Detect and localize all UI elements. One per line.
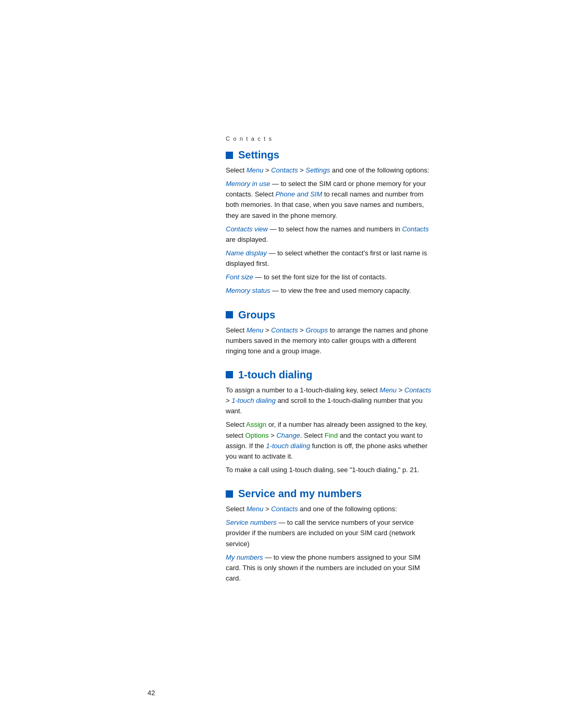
name-display-para: Name display — to select whether the con… <box>226 248 433 269</box>
one-touch-p2-text2: . Select <box>300 431 325 439</box>
settings-menu-link[interactable]: Menu <box>247 166 264 174</box>
service-my-numbers-section: Service and my numbers Select Menu > Con… <box>226 488 433 584</box>
contacts-view-dash: — to select how the names and numbers in <box>268 225 402 233</box>
page-number: 42 <box>148 689 155 697</box>
contacts-view-para: Contacts view — to select how the names … <box>226 224 433 245</box>
content-area: C o n t a c t s Settings Select Menu > C… <box>78 0 485 584</box>
service-my-numbers-title: Service and my numbers <box>238 488 362 500</box>
groups-square-icon <box>226 311 233 318</box>
font-size-para: Font size — to set the font size for the… <box>226 272 433 282</box>
font-size-term[interactable]: Font size <box>226 273 253 281</box>
service-contacts-link[interactable]: Contacts <box>271 505 298 513</box>
one-touch-sep2: > <box>226 397 231 404</box>
groups-sep1: > <box>263 326 271 334</box>
groups-section: Groups Select Menu > Contacts > Groups t… <box>226 309 433 356</box>
service-sep1: > <box>263 505 271 513</box>
settings-heading: Settings <box>226 149 433 161</box>
groups-pre: Select <box>226 326 247 334</box>
contacts-view-text2: are displayed. <box>226 236 268 243</box>
service-post: and one of the following options: <box>298 505 397 513</box>
service-my-numbers-square-icon <box>226 490 233 498</box>
service-numbers-term[interactable]: Service numbers <box>226 519 277 526</box>
one-touch-sep1: > <box>397 386 405 394</box>
one-touch-find-link[interactable]: Find <box>325 431 338 439</box>
one-touch-p2-pre: Select <box>226 421 246 428</box>
one-touch-contacts-link[interactable]: Contacts <box>405 386 431 394</box>
groups-menu-link[interactable]: Menu <box>247 326 264 334</box>
settings-contacts-link[interactable]: Contacts <box>271 166 298 174</box>
one-touch-heading: 1-touch dialing <box>226 369 433 381</box>
settings-title: Settings <box>238 149 279 161</box>
service-numbers-para: Service numbers — to call the service nu… <box>226 517 433 549</box>
memory-in-use-term[interactable]: Memory in use <box>226 180 270 188</box>
page: C o n t a c t s Settings Select Menu > C… <box>0 0 563 728</box>
groups-intro: Select Menu > Contacts > Groups to arran… <box>226 325 433 356</box>
groups-title: Groups <box>238 309 275 321</box>
one-touch-square-icon <box>226 371 233 378</box>
service-pre: Select <box>226 505 247 513</box>
memory-in-use-para: Memory in use — to select the SIM card o… <box>226 179 433 221</box>
contacts-view-contacts-link[interactable]: Contacts <box>402 225 429 233</box>
phone-and-sim-link[interactable]: Phone and SIM <box>275 190 322 198</box>
settings-intro-pre: Select <box>226 166 247 174</box>
my-numbers-para: My numbers — to view the phone numbers a… <box>226 552 433 584</box>
contacts-view-term[interactable]: Contacts view <box>226 225 268 233</box>
groups-sep2: > <box>298 326 305 334</box>
one-touch-dialing-link[interactable]: 1-touch dialing <box>231 397 276 404</box>
one-touch-para2: Select Assign or, if a number has alread… <box>226 419 433 462</box>
memory-status-dash: — to view the free and used memory capac… <box>270 287 411 294</box>
one-touch-section: 1-touch dialing To assign a number to a … <box>226 369 433 475</box>
one-touch-options-link[interactable]: Options <box>246 431 269 439</box>
settings-sep2: > <box>298 166 305 174</box>
memory-status-term[interactable]: Memory status <box>226 287 270 294</box>
groups-heading: Groups <box>226 309 433 321</box>
service-my-numbers-intro: Select Menu > Contacts and one of the fo… <box>226 504 433 514</box>
settings-intro: Select Menu > Contacts > Settings and on… <box>226 165 433 176</box>
one-touch-change-link[interactable]: Change <box>276 431 300 439</box>
one-touch-title: 1-touch dialing <box>238 369 312 381</box>
one-touch-para3: To make a call using 1-touch dialing, se… <box>226 465 433 475</box>
one-touch-para1: To assign a number to a 1-touch-dialing … <box>226 385 433 416</box>
settings-section: Settings Select Menu > Contacts > Settin… <box>226 149 433 297</box>
section-label: C o n t a c t s <box>226 135 433 142</box>
settings-sep1: > <box>263 166 271 174</box>
service-menu-link[interactable]: Menu <box>247 505 264 513</box>
one-touch-menu-link[interactable]: Menu <box>380 386 397 394</box>
my-numbers-term[interactable]: My numbers <box>226 553 263 561</box>
one-touch-italic-link[interactable]: 1-touch dialing <box>266 442 310 450</box>
one-touch-sep3: > <box>268 431 276 439</box>
font-size-dash: — to set the font size for the list of c… <box>253 273 387 281</box>
service-my-numbers-heading: Service and my numbers <box>226 488 433 500</box>
groups-contacts-link[interactable]: Contacts <box>271 326 298 334</box>
one-touch-assign-link[interactable]: Assign <box>246 421 266 428</box>
name-display-term[interactable]: Name display <box>226 249 267 257</box>
one-touch-para1-pre: To assign a number to a 1-touch-dialing … <box>226 386 380 394</box>
groups-groups-link[interactable]: Groups <box>305 326 328 334</box>
settings-settings-link[interactable]: Settings <box>305 166 330 174</box>
memory-status-para: Memory status — to view the free and use… <box>226 286 433 296</box>
settings-post: and one of the following options: <box>330 166 429 174</box>
settings-square-icon <box>226 152 233 159</box>
